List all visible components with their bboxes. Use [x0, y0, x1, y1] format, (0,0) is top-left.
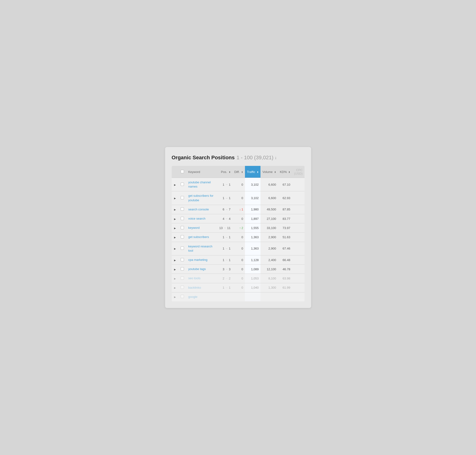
pos-arrow: → [225, 217, 228, 220]
table-row: ▶get subscribers1→101,3632,90051.63 [172, 233, 305, 242]
expand-arrow-icon: ▶ [174, 184, 176, 186]
row-checkbox[interactable] [181, 258, 184, 261]
kd-cell: 73.97 [278, 223, 292, 233]
expand-cell[interactable]: ▶ [172, 255, 178, 264]
keyword-cell[interactable]: keyword [186, 223, 218, 233]
expand-cell[interactable]: ▶ [172, 178, 178, 191]
keyword-cell[interactable]: cpa marketing [186, 255, 218, 264]
cpc-cell [292, 223, 304, 233]
traffic-cell: 1,555 [245, 223, 260, 233]
row-checkbox[interactable] [181, 207, 184, 211]
pos-arrow: → [225, 247, 228, 250]
th-diff[interactable]: Diff. ⬍ [233, 166, 245, 178]
row-checkbox[interactable] [181, 226, 184, 229]
pos-arrow: → [225, 268, 228, 270]
volume-cell: 2,900 [260, 242, 278, 255]
pos-arrow: → [225, 286, 228, 289]
cpc-cell [292, 274, 304, 283]
diff-cell: 0 [233, 274, 245, 283]
expand-arrow-icon: ▶ [174, 208, 176, 211]
expand-cell[interactable]: ▶ [172, 191, 178, 205]
table-row: ▶keyword13→11↑ 21,55533,10073.97 [172, 223, 305, 233]
row-checkbox[interactable] [181, 285, 184, 289]
row-checkbox-cell [178, 274, 186, 283]
page-title-main: Organic Search Positions [172, 154, 235, 161]
diff-cell: 0 [233, 178, 245, 191]
traffic-cell: 1,128 [245, 255, 260, 264]
pos-from: 1 [223, 183, 224, 186]
keyword-cell[interactable]: get subscribers for youtube [186, 191, 218, 205]
volume-cell: 49,500 [260, 205, 278, 214]
expand-cell[interactable]: ▶ [172, 233, 178, 242]
row-checkbox-cell [178, 223, 186, 233]
th-pos[interactable]: Pos. ⬍ [218, 166, 233, 178]
pos-from: 1 [223, 247, 224, 250]
keyword-cell[interactable]: google [186, 292, 218, 301]
keyword-cell[interactable]: backlinko [186, 283, 218, 292]
pos-to: 2 [229, 277, 230, 280]
row-checkbox[interactable] [181, 183, 184, 186]
pos-to: 1 [229, 183, 230, 186]
keyword-cell[interactable]: search console [186, 205, 218, 214]
row-checkbox[interactable] [181, 276, 184, 280]
expand-cell[interactable]: ▶ [172, 223, 178, 233]
expand-cell[interactable]: ▶ [172, 242, 178, 255]
header-checkbox[interactable] [181, 170, 184, 173]
keyword-cell[interactable]: voice search [186, 214, 218, 223]
row-checkbox[interactable] [181, 217, 184, 220]
pos-arrow: → [225, 197, 228, 200]
diff-cell: 0 [233, 255, 245, 264]
diff-cell: 0 [233, 191, 245, 205]
kd-cell [278, 292, 292, 301]
diff-cell: ↑ 2 [233, 223, 245, 233]
pos-from: 1 [223, 286, 224, 289]
table-row: ▶youtube channel names1→103,1026,60067.1… [172, 178, 305, 191]
row-checkbox-cell [178, 205, 186, 214]
pos-cell [218, 292, 233, 301]
pos-to: 1 [229, 286, 230, 289]
diff-zero: 0 [242, 183, 243, 186]
keyword-cell[interactable]: get subscribers [186, 233, 218, 242]
volume-cell: 6,600 [260, 191, 278, 205]
th-keyword: Keyword [186, 166, 218, 178]
diff-zero: 0 [242, 236, 243, 239]
th-volume[interactable]: Volume ⬍ [260, 166, 278, 178]
table-wrapper: Keyword Pos. ⬍ Diff. ⬍ Traffic ⬍ Volume … [172, 166, 305, 301]
keyword-cell[interactable]: youtube channel names [186, 178, 218, 191]
diff-cell: 0 [233, 242, 245, 255]
expand-cell[interactable]: ▶ [172, 274, 178, 283]
expand-cell[interactable]: ▶ [172, 214, 178, 223]
expand-cell[interactable]: ▶ [172, 265, 178, 274]
info-icon[interactable]: i [275, 156, 276, 160]
pos-to: 3 [229, 268, 230, 271]
keyword-cell[interactable]: keyword research tool [186, 242, 218, 255]
row-checkbox[interactable] [181, 246, 184, 250]
cpc-cell [292, 178, 304, 191]
row-checkbox[interactable] [181, 196, 184, 199]
row-checkbox-cell [178, 283, 186, 292]
expand-cell[interactable]: ▶ [172, 292, 178, 301]
kd-cell: 61.99 [278, 283, 292, 292]
expand-cell[interactable]: ▶ [172, 205, 178, 214]
pos-arrow: → [225, 236, 228, 239]
volume-cell: 33,100 [260, 223, 278, 233]
expand-cell[interactable]: ▶ [172, 283, 178, 292]
th-kd[interactable]: KD% ⬍ [278, 166, 292, 178]
row-checkbox[interactable] [181, 267, 184, 270]
pos-from: 2 [223, 277, 224, 280]
row-checkbox[interactable] [181, 295, 184, 298]
kd-cell: 66.48 [278, 255, 292, 264]
volume-cell: 27,100 [260, 214, 278, 223]
row-checkbox-cell [178, 178, 186, 191]
kd-cell: 63.98 [278, 274, 292, 283]
cpc-cell [292, 214, 304, 223]
row-checkbox[interactable] [181, 235, 184, 238]
volume-cell: 2,400 [260, 255, 278, 264]
pos-cell: 13→11 [218, 223, 233, 233]
pos-from: 1 [223, 236, 224, 239]
diff-up-icon: ↑ 2 [239, 227, 243, 230]
keyword-cell[interactable]: youtube tags [186, 265, 218, 274]
row-checkbox-cell [178, 191, 186, 205]
th-traffic[interactable]: Traffic ⬍ [245, 166, 260, 178]
keyword-cell[interactable]: seo tools [186, 274, 218, 283]
